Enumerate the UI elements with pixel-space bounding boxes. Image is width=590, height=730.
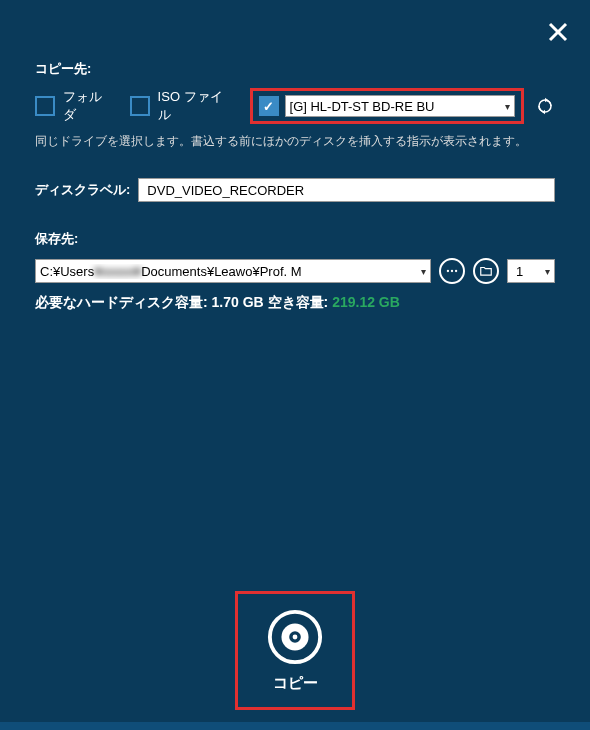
save-path-text: C:¥Users¥xxxxx¥Documents¥Leawo¥Prof. M bbox=[40, 264, 302, 279]
ellipsis-icon bbox=[445, 264, 459, 278]
copies-value: 1 bbox=[516, 264, 523, 279]
save-dest-label: 保存先: bbox=[35, 230, 555, 248]
refresh-button[interactable] bbox=[536, 96, 555, 116]
bottom-bar bbox=[0, 722, 590, 730]
disc-label-input[interactable] bbox=[138, 178, 555, 202]
svg-point-6 bbox=[455, 270, 457, 272]
drive-select[interactable]: [G] HL-DT-ST BD-RE BU ▾ bbox=[285, 95, 515, 117]
disc-label-row: ディスクラベル: bbox=[35, 178, 555, 202]
close-icon bbox=[546, 20, 570, 44]
save-dest-row: C:¥Users¥xxxxx¥Documents¥Leawo¥Prof. M ▾… bbox=[35, 258, 555, 284]
copy-dest-row: フォルダ ISO ファイル [G] HL-DT-ST BD-RE BU ▾ bbox=[35, 88, 555, 124]
chevron-down-icon: ▾ bbox=[421, 266, 426, 277]
browse-button[interactable] bbox=[439, 258, 465, 284]
folder-icon bbox=[479, 264, 493, 278]
copy-button[interactable]: コピー bbox=[235, 591, 355, 710]
drive-select-value: [G] HL-DT-ST BD-RE BU bbox=[290, 99, 435, 114]
copy-dest-label: コピー先: bbox=[35, 60, 555, 78]
chevron-down-icon: ▾ bbox=[545, 266, 550, 277]
chevron-down-icon: ▾ bbox=[505, 101, 510, 112]
folder-checkbox-label: フォルダ bbox=[63, 88, 114, 124]
svg-point-4 bbox=[447, 270, 449, 272]
svg-point-5 bbox=[451, 270, 453, 272]
copies-select[interactable]: 1 ▾ bbox=[507, 259, 555, 283]
drive-checkbox[interactable] bbox=[259, 96, 279, 116]
copy-dest-hint: 同じドライブを選択します。書込する前にほかのディスクを挿入する指示が表示されます… bbox=[35, 132, 555, 150]
save-path-input[interactable]: C:¥Users¥xxxxx¥Documents¥Leawo¥Prof. M ▾ bbox=[35, 259, 431, 283]
disc-copy-icon bbox=[266, 608, 324, 666]
copy-button-label: コピー bbox=[273, 674, 318, 693]
svg-point-10 bbox=[293, 635, 298, 640]
drive-highlight: [G] HL-DT-ST BD-RE BU ▾ bbox=[250, 88, 524, 124]
disc-label-label: ディスクラベル: bbox=[35, 181, 130, 199]
iso-checkbox-label: ISO ファイル bbox=[158, 88, 234, 124]
open-folder-button[interactable] bbox=[473, 258, 499, 284]
svg-marker-3 bbox=[542, 110, 545, 115]
folder-checkbox[interactable] bbox=[35, 96, 55, 116]
refresh-icon bbox=[536, 97, 554, 115]
disk-info: 必要なハードディスク容量: 1.70 GB 空き容量: 219.12 GB bbox=[35, 294, 555, 312]
close-button[interactable] bbox=[546, 20, 570, 44]
iso-checkbox[interactable] bbox=[130, 96, 150, 116]
